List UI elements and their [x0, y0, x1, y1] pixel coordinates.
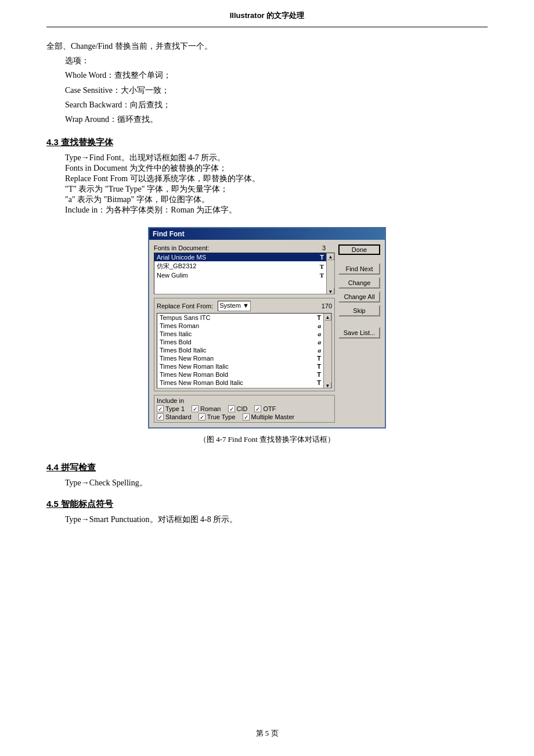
cb-type1[interactable]: ✓ Type 1	[157, 405, 185, 412]
s43-line3: Replace Font From 可以选择系统字体，即替换的字体。	[65, 174, 488, 184]
cb-multiplemaster[interactable]: ✓ Multiple Master	[243, 413, 295, 420]
replace-item-3[interactable]: Times Bold a	[157, 338, 323, 346]
font-name-0: Arial Unicode MS	[157, 254, 206, 261]
checkboxes-row1: ✓ Type 1 ✓ Roman ✓ CID	[157, 405, 332, 412]
fonts-list-box[interactable]: Arial Unicode MS T 仿宋_GB2312 T New Gulim…	[154, 253, 335, 294]
intro-section: 全部、Change/Find 替换当前，并查找下一个。 选项： Whole Wo…	[46, 39, 488, 127]
replace-item-0[interactable]: Tempus Sans ITC T	[157, 314, 323, 322]
dialog-body: Fonts in Document: 3 Arial Unicode MS T	[149, 240, 385, 427]
cb-standard[interactable]: ✓ Standard	[157, 413, 192, 420]
cb-standard-label: Standard	[165, 413, 192, 420]
section-44-content: Type→Check Spelling。	[46, 478, 488, 488]
cb-standard-box[interactable]: ✓	[157, 413, 164, 420]
section-45-content: Type→Smart Punctuation。对话框如图 4-8 所示。	[46, 514, 488, 525]
replace-item-6[interactable]: Times New Roman Italic T	[157, 362, 323, 370]
replace-font-count: 170	[322, 303, 332, 309]
change-button[interactable]: Change	[338, 277, 380, 289]
replace-item-1[interactable]: Times Roman a	[157, 322, 323, 330]
s43-line4: "T" 表示为 "True Type" 字体，即为矢量字体；	[65, 184, 488, 195]
done-button[interactable]: Done	[338, 244, 380, 255]
s43-line6: Include in：为各种字体类别：Roman 为正体字。	[65, 205, 488, 215]
cb-type1-label: Type 1	[165, 405, 185, 412]
cb-roman-label: Roman	[200, 405, 221, 412]
cb-cid-box[interactable]: ✓	[228, 405, 235, 412]
s43-line2: Fonts in Document 为文件中的被替换的字体；	[65, 163, 488, 174]
include-label: Include in	[157, 397, 332, 404]
cb-truetype-label: True Type	[207, 413, 236, 420]
option-search-backward: Search Backward：向后查找；	[65, 98, 488, 112]
replace-list-box[interactable]: Tempus Sans ITC T Times Roman a Times It…	[157, 313, 332, 388]
font-type-1: T	[320, 263, 324, 270]
font-item-2[interactable]: New Gulim T	[154, 271, 326, 279]
cb-truetype[interactable]: ✓ True Type	[199, 413, 236, 420]
section-44-heading: 4.4 拼写检查	[46, 462, 488, 473]
cb-otf-box[interactable]: ✓	[254, 405, 261, 412]
figure-caption-text: （图 4-7 Find Font 查找替换字体对话框）	[199, 435, 335, 444]
fonts-list-items: Arial Unicode MS T 仿宋_GB2312 T New Gulim…	[154, 253, 326, 294]
dialog-titlebar: Find Font	[149, 228, 385, 240]
cb-cid-label: CID	[237, 405, 248, 412]
cb-truetype-box[interactable]: ✓	[199, 413, 205, 420]
s43-line5: "a" 表示为 "Bitmap" 字体，即位图字体。	[65, 195, 488, 205]
replace-label-row: Replace Font From: System ▼ 170	[157, 301, 332, 311]
fonts-label-row: Fonts in Document: 3	[154, 244, 335, 251]
figure-caption: （图 4-7 Find Font 查找替换字体对话框）	[46, 434, 488, 445]
replace-item-2[interactable]: Times Italic a	[157, 330, 323, 338]
cb-type1-box[interactable]: ✓	[157, 405, 164, 412]
cb-cid[interactable]: ✓ CID	[228, 405, 248, 412]
cb-multiplemaster-box[interactable]: ✓	[243, 413, 250, 420]
replace-dropdown[interactable]: System ▼	[218, 301, 251, 311]
fonts-in-doc-count: 3	[322, 244, 326, 251]
options-block: 选项： Whole Word：查找整个单词； Case Sensitive：大小…	[46, 53, 488, 127]
section-43: 4.3 查找替换字体 Type→Find Font。出现对话框如图 4-7 所示…	[46, 137, 488, 215]
dialog-title: Find Font	[153, 230, 185, 238]
fonts-in-doc-label: Fonts in Document:	[154, 244, 209, 251]
change-all-button[interactable]: Change All	[338, 291, 380, 303]
cb-roman-box[interactable]: ✓	[192, 405, 199, 412]
replace-item-4[interactable]: Times Bold Italic a	[157, 346, 323, 354]
s44-line1: Type→Check Spelling。	[65, 478, 488, 488]
option-whole-word: Whole Word：查找整个单词；	[65, 68, 488, 82]
font-name-1: 仿宋_GB2312	[157, 262, 196, 271]
skip-button[interactable]: Skip	[338, 305, 380, 316]
option-wrap-around: Wrap Around：循环查找。	[65, 112, 488, 127]
replace-list-items: Tempus Sans ITC T Times Roman a Times It…	[157, 314, 323, 388]
replace-item-5[interactable]: Times New Roman T	[157, 354, 323, 362]
section-45: 4.5 智能标点符号 Type→Smart Punctuation。对话框如图 …	[46, 499, 488, 525]
dialog-buttons: Done Find Next Change Change All Skip Sa…	[338, 244, 380, 423]
replace-item-8[interactable]: Times New Roman Bold Italic T	[157, 379, 323, 387]
options-label: 选项：	[65, 53, 488, 68]
checkboxes-row2: ✓ Standard ✓ True Type ✓ Multiple Master	[157, 413, 332, 420]
font-item-1[interactable]: 仿宋_GB2312 T	[154, 261, 326, 271]
option-case-sensitive: Case Sensitive：大小写一致；	[65, 83, 488, 98]
cb-otf[interactable]: ✓ OTF	[254, 405, 276, 412]
find-font-dialog[interactable]: Find Font Fonts in Document: 3	[148, 227, 386, 429]
page-footer: 第 5 页	[0, 728, 534, 739]
section-44: 4.4 拼写检查 Type→Check Spelling。	[46, 462, 488, 488]
section-45-heading: 4.5 智能标点符号	[46, 499, 488, 510]
section-43-heading: 4.3 查找替换字体	[46, 137, 488, 148]
page-header: Illustrator 的文字处理	[46, 0, 488, 27]
cb-multiplemaster-label: Multiple Master	[251, 413, 295, 420]
font-type-0: T	[320, 254, 324, 261]
save-list-button[interactable]: Save List...	[338, 327, 380, 339]
replace-item-7[interactable]: Times New Roman Bold T	[157, 370, 323, 379]
s43-line1: Type→Find Font。出现对话框如图 4-7 所示。	[65, 153, 488, 163]
cb-roman[interactable]: ✓ Roman	[192, 405, 221, 412]
cb-otf-label: OTF	[263, 405, 276, 412]
font-name-2: New Gulim	[157, 272, 188, 279]
font-type-2: T	[320, 272, 324, 279]
include-section: Include in ✓ Type 1 ✓ Roman ✓	[154, 395, 335, 423]
dialog-left-panel: Fonts in Document: 3 Arial Unicode MS T	[154, 244, 335, 423]
header-title: Illustrator 的文字处理	[230, 11, 305, 20]
section-43-content: Type→Find Font。出现对话框如图 4-7 所示。 Fonts in …	[46, 153, 488, 215]
replace-font-from-label: Replace Font From:	[157, 303, 213, 309]
page-number: 第 5 页	[256, 729, 279, 737]
replace-section: Replace Font From: System ▼ 170 Tempus S…	[154, 298, 335, 391]
s45-line1: Type→Smart Punctuation。对话框如图 4-8 所示。	[65, 514, 488, 525]
dialog-container: Find Font Fonts in Document: 3	[46, 227, 488, 429]
intro-line1: 全部、Change/Find 替换当前，并查找下一个。	[46, 39, 488, 53]
font-item-0[interactable]: Arial Unicode MS T	[154, 253, 326, 261]
find-next-button[interactable]: Find Next	[338, 263, 380, 275]
